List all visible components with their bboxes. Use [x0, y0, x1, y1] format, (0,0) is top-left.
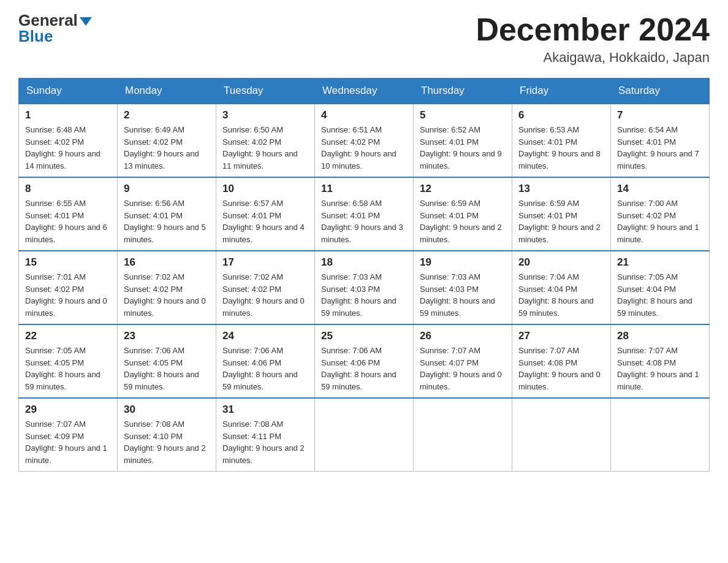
calendar-cell: 7Sunrise: 6:54 AMSunset: 4:01 PMDaylight… — [611, 104, 710, 177]
day-number: 3 — [222, 109, 308, 121]
page-header: General Blue December 2024 Akaigawa, Hok… — [18, 12, 710, 66]
day-number: 1 — [25, 109, 111, 121]
day-info: Sunrise: 7:00 AMSunset: 4:02 PMDaylight:… — [617, 197, 703, 245]
calendar-cell: 18Sunrise: 7:03 AMSunset: 4:03 PMDayligh… — [315, 251, 414, 324]
logo-blue: Blue — [18, 28, 92, 44]
day-number: 27 — [518, 330, 604, 342]
day-info: Sunrise: 6:55 AMSunset: 4:01 PMDaylight:… — [25, 197, 111, 245]
day-info: Sunrise: 7:05 AMSunset: 4:04 PMDaylight:… — [617, 271, 703, 319]
day-info: Sunrise: 7:06 AMSunset: 4:05 PMDaylight:… — [124, 345, 210, 393]
calendar-cell: 22Sunrise: 7:05 AMSunset: 4:05 PMDayligh… — [19, 324, 118, 398]
day-number: 22 — [25, 330, 111, 342]
day-number: 18 — [321, 256, 407, 269]
calendar-header-row: SundayMondayTuesdayWednesdayThursdayFrid… — [19, 79, 710, 104]
day-info: Sunrise: 7:03 AMSunset: 4:03 PMDaylight:… — [420, 271, 506, 319]
calendar-cell: 11Sunrise: 6:58 AMSunset: 4:01 PMDayligh… — [315, 177, 414, 251]
day-number: 4 — [321, 109, 407, 121]
logo: General Blue — [18, 12, 92, 44]
day-info: Sunrise: 6:59 AMSunset: 4:01 PMDaylight:… — [420, 197, 506, 245]
day-number: 23 — [124, 330, 210, 342]
calendar-cell: 6Sunrise: 6:53 AMSunset: 4:01 PMDaylight… — [512, 104, 611, 177]
day-number: 31 — [222, 404, 308, 416]
calendar-cell: 25Sunrise: 7:06 AMSunset: 4:06 PMDayligh… — [315, 324, 414, 398]
calendar-cell: 14Sunrise: 7:00 AMSunset: 4:02 PMDayligh… — [611, 177, 710, 251]
calendar-cell: 24Sunrise: 7:06 AMSunset: 4:06 PMDayligh… — [216, 324, 315, 398]
day-number: 9 — [124, 183, 210, 195]
column-header-sunday: Sunday — [19, 79, 118, 104]
logo-triangle-icon — [80, 17, 92, 26]
calendar-cell: 5Sunrise: 6:52 AMSunset: 4:01 PMDaylight… — [414, 104, 512, 177]
day-info: Sunrise: 7:07 AMSunset: 4:09 PMDaylight:… — [25, 418, 111, 466]
day-info: Sunrise: 7:01 AMSunset: 4:02 PMDaylight:… — [25, 271, 111, 319]
calendar-cell: 15Sunrise: 7:01 AMSunset: 4:02 PMDayligh… — [19, 251, 118, 324]
day-number: 24 — [222, 330, 308, 342]
day-number: 29 — [25, 404, 111, 416]
calendar-cell: 26Sunrise: 7:07 AMSunset: 4:07 PMDayligh… — [414, 324, 512, 398]
calendar-cell: 31Sunrise: 7:08 AMSunset: 4:11 PMDayligh… — [216, 398, 315, 472]
calendar-cell — [414, 398, 512, 472]
day-info: Sunrise: 7:06 AMSunset: 4:06 PMDaylight:… — [321, 345, 407, 393]
day-info: Sunrise: 7:07 AMSunset: 4:08 PMDaylight:… — [617, 345, 703, 393]
day-info: Sunrise: 7:04 AMSunset: 4:04 PMDaylight:… — [518, 271, 604, 319]
calendar-cell: 1Sunrise: 6:48 AMSunset: 4:02 PMDaylight… — [19, 104, 118, 177]
column-header-thursday: Thursday — [414, 79, 512, 104]
calendar-cell: 19Sunrise: 7:03 AMSunset: 4:03 PMDayligh… — [414, 251, 512, 324]
day-info: Sunrise: 7:06 AMSunset: 4:06 PMDaylight:… — [222, 345, 308, 393]
day-info: Sunrise: 6:51 AMSunset: 4:02 PMDaylight:… — [321, 124, 407, 172]
calendar-cell — [611, 398, 710, 472]
column-header-friday: Friday — [512, 79, 611, 104]
calendar-cell: 29Sunrise: 7:07 AMSunset: 4:09 PMDayligh… — [19, 398, 118, 472]
day-number: 16 — [124, 256, 210, 269]
week-row-3: 15Sunrise: 7:01 AMSunset: 4:02 PMDayligh… — [19, 251, 710, 324]
calendar-cell: 28Sunrise: 7:07 AMSunset: 4:08 PMDayligh… — [611, 324, 710, 398]
day-info: Sunrise: 6:57 AMSunset: 4:01 PMDaylight:… — [222, 197, 308, 245]
calendar-cell: 12Sunrise: 6:59 AMSunset: 4:01 PMDayligh… — [414, 177, 512, 251]
day-number: 17 — [222, 256, 308, 269]
day-number: 12 — [420, 183, 506, 195]
day-info: Sunrise: 7:08 AMSunset: 4:10 PMDaylight:… — [124, 418, 210, 466]
day-number: 5 — [420, 109, 506, 121]
week-row-1: 1Sunrise: 6:48 AMSunset: 4:02 PMDaylight… — [19, 104, 710, 177]
day-number: 25 — [321, 330, 407, 342]
day-info: Sunrise: 6:59 AMSunset: 4:01 PMDaylight:… — [518, 197, 604, 245]
calendar-cell: 9Sunrise: 6:56 AMSunset: 4:01 PMDaylight… — [118, 177, 216, 251]
week-row-4: 22Sunrise: 7:05 AMSunset: 4:05 PMDayligh… — [19, 324, 710, 398]
calendar-cell: 21Sunrise: 7:05 AMSunset: 4:04 PMDayligh… — [611, 251, 710, 324]
calendar-table: SundayMondayTuesdayWednesdayThursdayFrid… — [18, 78, 710, 472]
calendar-cell: 30Sunrise: 7:08 AMSunset: 4:10 PMDayligh… — [118, 398, 216, 472]
day-number: 10 — [222, 183, 308, 195]
calendar-cell: 17Sunrise: 7:02 AMSunset: 4:02 PMDayligh… — [216, 251, 315, 324]
logo-general: General — [18, 12, 92, 28]
day-number: 21 — [617, 256, 703, 269]
day-info: Sunrise: 7:03 AMSunset: 4:03 PMDaylight:… — [321, 271, 407, 319]
day-number: 2 — [124, 109, 210, 121]
calendar-cell: 16Sunrise: 7:02 AMSunset: 4:02 PMDayligh… — [118, 251, 216, 324]
calendar-cell: 2Sunrise: 6:49 AMSunset: 4:02 PMDaylight… — [118, 104, 216, 177]
day-number: 30 — [124, 404, 210, 416]
calendar-cell: 27Sunrise: 7:07 AMSunset: 4:08 PMDayligh… — [512, 324, 611, 398]
column-header-monday: Monday — [118, 79, 216, 104]
day-number: 7 — [617, 109, 703, 121]
calendar-cell — [512, 398, 611, 472]
day-info: Sunrise: 7:02 AMSunset: 4:02 PMDaylight:… — [222, 271, 308, 319]
day-number: 8 — [25, 183, 111, 195]
month-title: December 2024 — [476, 12, 710, 47]
calendar-cell — [315, 398, 414, 472]
calendar-cell: 20Sunrise: 7:04 AMSunset: 4:04 PMDayligh… — [512, 251, 611, 324]
calendar-cell: 23Sunrise: 7:06 AMSunset: 4:05 PMDayligh… — [118, 324, 216, 398]
column-header-wednesday: Wednesday — [315, 79, 414, 104]
calendar-cell: 4Sunrise: 6:51 AMSunset: 4:02 PMDaylight… — [315, 104, 414, 177]
week-row-5: 29Sunrise: 7:07 AMSunset: 4:09 PMDayligh… — [19, 398, 710, 472]
location-title: Akaigawa, Hokkaido, Japan — [476, 50, 710, 66]
day-number: 20 — [518, 256, 604, 269]
day-info: Sunrise: 6:48 AMSunset: 4:02 PMDaylight:… — [25, 124, 111, 172]
day-number: 14 — [617, 183, 703, 195]
day-number: 6 — [518, 109, 604, 121]
day-info: Sunrise: 6:56 AMSunset: 4:01 PMDaylight:… — [124, 197, 210, 245]
calendar-cell: 13Sunrise: 6:59 AMSunset: 4:01 PMDayligh… — [512, 177, 611, 251]
day-info: Sunrise: 6:53 AMSunset: 4:01 PMDaylight:… — [518, 124, 604, 172]
day-number: 19 — [420, 256, 506, 269]
day-number: 15 — [25, 256, 111, 269]
column-header-saturday: Saturday — [611, 79, 710, 104]
day-info: Sunrise: 6:52 AMSunset: 4:01 PMDaylight:… — [420, 124, 506, 172]
